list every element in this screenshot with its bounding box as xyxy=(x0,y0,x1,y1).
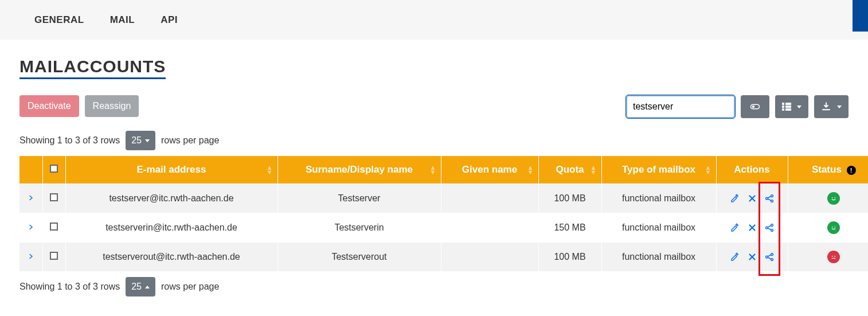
delete-icon[interactable] xyxy=(747,193,757,204)
select-all-checkbox[interactable] xyxy=(50,165,58,173)
col-status[interactable]: Status !▲▼ xyxy=(788,156,868,184)
status-badge xyxy=(827,192,840,205)
svg-point-15 xyxy=(832,256,833,257)
cell-surname: Testserver xyxy=(277,184,441,213)
mailaccounts-table: E-mail address▲▼ Surname/Display name▲▼ … xyxy=(19,156,868,271)
cell-surname: Testserverout xyxy=(277,243,441,272)
svg-point-11 xyxy=(834,227,835,228)
nav-tab-api[interactable]: API xyxy=(161,14,178,26)
status-badge xyxy=(827,251,840,263)
col-surname[interactable]: Surname/Display name▲▼ xyxy=(277,156,441,184)
col-given[interactable]: Given name▲▼ xyxy=(441,156,538,184)
row-checkbox[interactable] xyxy=(50,252,58,260)
reassign-button[interactable]: Reassign xyxy=(85,95,139,117)
info-icon: ! xyxy=(847,166,856,175)
pagination-info-top: Showing 1 to 3 of 3 rows xyxy=(19,135,120,146)
cell-given xyxy=(441,184,538,213)
export-button[interactable] xyxy=(814,95,849,118)
cell-email: testserverin@itc.rwth-aachen.de xyxy=(65,213,277,243)
share-icon[interactable] xyxy=(764,223,775,233)
columns-button[interactable] xyxy=(775,95,808,118)
edit-icon[interactable] xyxy=(730,193,740,204)
svg-point-1 xyxy=(752,106,755,108)
brand-accent xyxy=(853,0,868,32)
toggle-icon xyxy=(750,102,760,112)
table-row: testserver@itc.rwth-aachen.deTestserver1… xyxy=(19,184,868,213)
page-size-select-top[interactable]: 25 xyxy=(126,131,155,150)
edit-icon[interactable] xyxy=(730,252,740,262)
cell-quota: 150 MB xyxy=(538,213,601,243)
svg-point-16 xyxy=(834,256,835,257)
pagination-suffix-top: rows per page xyxy=(161,135,219,146)
cell-quota: 100 MB xyxy=(538,243,601,272)
expand-row-icon[interactable] xyxy=(28,193,34,203)
col-expand xyxy=(19,156,42,184)
pagination-info-bottom: Showing 1 to 3 of 3 rows xyxy=(19,282,120,292)
list-icon xyxy=(782,103,791,111)
row-checkbox[interactable] xyxy=(50,223,58,231)
nav-tab-general[interactable]: GENERAL xyxy=(34,14,84,26)
page-size-select-bottom[interactable]: 25 xyxy=(126,277,155,297)
page-title: MAILACCOUNTS xyxy=(19,57,166,79)
toggle-view-button[interactable] xyxy=(741,95,769,118)
cell-given xyxy=(441,213,538,243)
share-icon[interactable] xyxy=(764,252,775,262)
svg-point-6 xyxy=(834,197,835,198)
cell-surname: Testserverin xyxy=(277,213,441,243)
delete-icon[interactable] xyxy=(747,252,757,262)
table-row: testserverout@itc.rwth-aachen.deTestserv… xyxy=(19,243,868,272)
col-type[interactable]: Type of mailbox▲▼ xyxy=(601,156,716,184)
delete-icon[interactable] xyxy=(747,223,757,233)
cell-email: testserverout@itc.rwth-aachen.de xyxy=(65,243,277,272)
search-input[interactable] xyxy=(626,95,735,118)
cell-given xyxy=(441,243,538,272)
cell-type: functional mailbox xyxy=(601,184,716,213)
share-icon[interactable] xyxy=(764,193,775,204)
cell-type: functional mailbox xyxy=(601,243,716,272)
row-checkbox[interactable] xyxy=(50,193,58,201)
cell-quota: 100 MB xyxy=(538,184,601,213)
expand-row-icon[interactable] xyxy=(28,223,34,232)
svg-point-5 xyxy=(832,197,833,198)
cell-email: testserver@itc.rwth-aachen.de xyxy=(65,184,277,213)
pagination-suffix-bottom: rows per page xyxy=(161,282,219,292)
col-checkbox xyxy=(42,156,65,184)
deactivate-button[interactable]: Deactivate xyxy=(19,95,79,117)
edit-icon[interactable] xyxy=(730,223,740,233)
svg-point-10 xyxy=(832,227,833,228)
download-icon xyxy=(821,102,831,112)
expand-row-icon[interactable] xyxy=(28,252,34,262)
table-row: testserverin@itc.rwth-aachen.deTestserve… xyxy=(19,213,868,243)
col-quota[interactable]: Quota▲▼ xyxy=(538,156,601,184)
cell-type: functional mailbox xyxy=(601,213,716,243)
nav-tab-mail[interactable]: MAIL xyxy=(110,14,135,26)
col-actions: Actions xyxy=(716,156,788,184)
col-email[interactable]: E-mail address▲▼ xyxy=(65,156,277,184)
status-badge xyxy=(827,221,840,234)
